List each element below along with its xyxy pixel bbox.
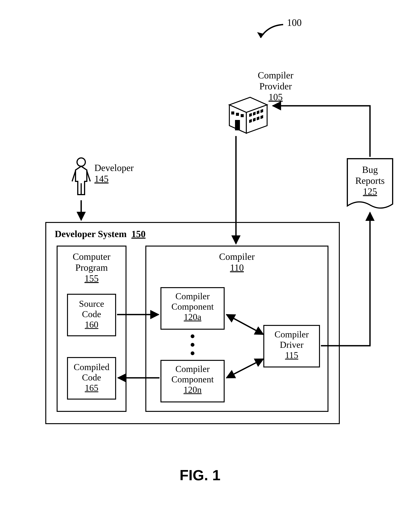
figure-caption: FIG. 1 [0,467,400,484]
connectors [0,0,400,532]
svg-line-28 [226,359,263,378]
diagram-canvas: 100 Compiler Provider 105 [0,0,400,532]
svg-line-27 [226,315,263,334]
